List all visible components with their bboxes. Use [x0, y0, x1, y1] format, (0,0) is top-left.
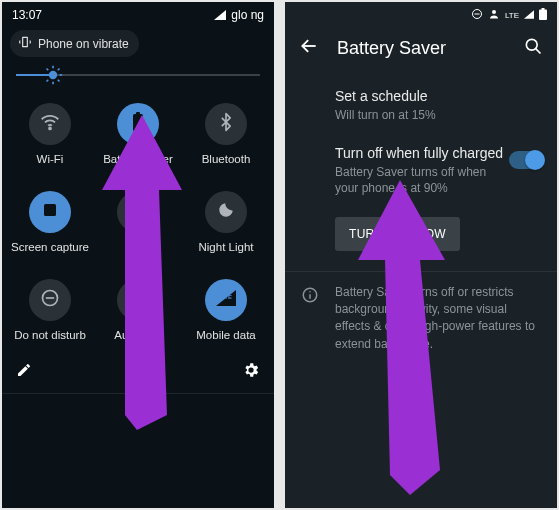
tile-label: Screen capture: [11, 241, 89, 253]
svg-rect-22: [539, 10, 547, 21]
rotate-icon: [128, 288, 148, 312]
tile-bluetooth[interactable]: Bluetooth: [182, 103, 270, 165]
setting-subtitle: Will turn on at 15%: [335, 107, 436, 123]
setting-title: Turn off when fully charged: [335, 145, 505, 161]
tile-label: Bluetooth: [202, 153, 251, 165]
tile-label: Do not disturb: [14, 329, 86, 341]
svg-point-0: [48, 71, 56, 79]
status-bar: 13:07 glo ng: [2, 2, 274, 26]
setting-schedule[interactable]: Set a schedule Will turn on at 15%: [285, 78, 557, 135]
tile-screen-capture[interactable]: Screen capture: [6, 191, 94, 253]
brightness-slider[interactable]: [16, 63, 260, 87]
svg-line-7: [46, 80, 48, 82]
tile-torch[interactable]: T: [94, 191, 182, 253]
edit-tiles-button[interactable]: [16, 362, 32, 382]
turn-off-now-button[interactable]: TURN OFF NOW: [335, 217, 460, 251]
tile-label: Night Light: [199, 241, 254, 253]
status-bar: LTE: [285, 2, 557, 26]
info-text: Battery Saver turns off or restricts bac…: [335, 284, 543, 354]
account-icon: [488, 8, 500, 22]
battery-icon: [539, 8, 547, 22]
setting-turnoff-when-charged[interactable]: Turn off when fully charged Battery Save…: [285, 135, 557, 208]
page-title: Battery Saver: [337, 38, 505, 59]
svg-text:LTE: LTE: [221, 294, 232, 300]
signal-icon: [214, 10, 226, 20]
torch-icon: [129, 201, 147, 223]
back-button[interactable]: [299, 36, 319, 60]
quick-settings-panel: 13:07 glo ng Phone on vibrate Wi-Fi Batt…: [2, 2, 274, 508]
svg-rect-15: [44, 204, 56, 216]
tile-auto-rotate[interactable]: Auto-rota: [94, 279, 182, 341]
svg-line-5: [46, 69, 48, 71]
battery-saver-settings: LTE Battery Saver Set a schedule Will tu…: [285, 2, 557, 508]
lte-label: LTE: [505, 11, 519, 20]
svg-line-26: [536, 49, 541, 54]
info-note: Battery Saver turns off or restricts bac…: [285, 272, 557, 354]
svg-line-8: [57, 69, 59, 71]
carrier-label: glo ng: [231, 8, 264, 22]
brightness-thumb-icon: [42, 64, 64, 86]
svg-line-6: [57, 80, 59, 82]
tile-dnd[interactable]: Do not disturb: [6, 279, 94, 341]
ringer-mode-chip[interactable]: Phone on vibrate: [10, 30, 139, 57]
svg-point-29: [309, 290, 311, 292]
svg-point-9: [49, 128, 51, 130]
tile-label: T: [134, 241, 141, 253]
setting-subtitle: Battery Saver turns off when your phone …: [335, 164, 505, 196]
mobile-data-icon: LTE: [216, 290, 236, 310]
search-button[interactable]: [523, 36, 543, 60]
info-icon: [299, 284, 321, 354]
quick-settings-tiles: Wi-Fi Battery Saver Bluetooth Screen cap…: [2, 97, 274, 351]
svg-rect-23: [542, 8, 545, 10]
tile-night-light[interactable]: Night Light: [182, 191, 270, 253]
vibrate-icon: [18, 35, 32, 52]
svg-point-21: [492, 10, 496, 14]
svg-point-25: [526, 39, 537, 50]
setting-title: Set a schedule: [335, 88, 436, 104]
dnd-icon: [471, 8, 483, 22]
tile-label: Battery Saver: [103, 153, 173, 165]
svg-rect-13: [136, 112, 140, 115]
tile-label: Wi-Fi: [37, 153, 64, 165]
screenshot-icon: [41, 201, 59, 223]
wifi-icon: [39, 111, 61, 137]
ringer-mode-label: Phone on vibrate: [38, 37, 129, 51]
tile-label: Mobile data: [196, 329, 255, 341]
moon-icon: [217, 201, 235, 223]
toggle-switch[interactable]: [509, 151, 543, 169]
signal-icon: [524, 9, 534, 21]
battery-icon: [128, 112, 148, 136]
bluetooth-icon: [216, 112, 236, 136]
tile-mobile-data[interactable]: LTE Mobile data: [182, 279, 270, 341]
page-header: Battery Saver: [285, 26, 557, 74]
settings-button[interactable]: [242, 361, 260, 383]
tile-wifi[interactable]: Wi-Fi: [6, 103, 94, 165]
page-indicator: [32, 370, 242, 375]
tile-label: Auto-rota: [114, 329, 161, 341]
clock: 13:07: [12, 8, 42, 22]
dnd-icon: [40, 288, 60, 312]
tile-battery-saver[interactable]: Battery Saver: [94, 103, 182, 165]
